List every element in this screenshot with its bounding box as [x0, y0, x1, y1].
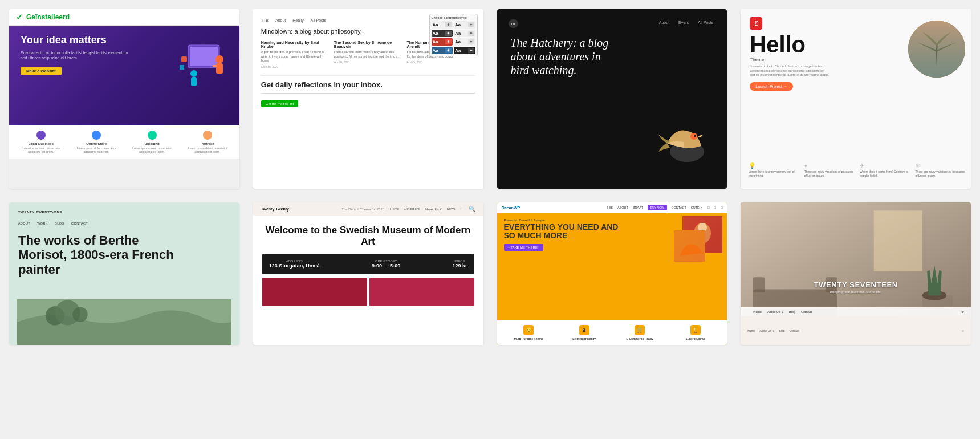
- owp-feat-2: 🖥 Elementor Ready: [558, 325, 610, 340]
- hello-icon-3: ✈ Where does it come from? Contrary to p…: [860, 162, 909, 177]
- theme-card-t21: TWENTY TWENTY-ONE ABOUT WORK BLOG CONTAC…: [9, 202, 239, 345]
- owp-feat-icon-2: 🖥: [579, 325, 589, 335]
- owp-hero-btn: • TAKE ME THERE!: [504, 244, 543, 251]
- owp-feat-icon-3: 🛒: [635, 325, 645, 335]
- svg-point-11: [694, 135, 696, 137]
- owp-feat-icon-4: 🏆: [690, 325, 701, 335]
- svg-rect-6: [180, 65, 184, 70]
- svg-rect-1: [190, 47, 218, 66]
- theme-card-hello: ℰ Hello Theme Lorem text block. Click ed…: [741, 9, 971, 189]
- t20-preview: Twenty Twenty The Default Theme for 2020…: [253, 202, 483, 345]
- astra-icon-blog: Blogging Lorem ipsum dolor consectetur a…: [127, 131, 177, 153]
- t23-post-1: Naming and Necessity by Saul Kripke A pa…: [261, 40, 330, 68]
- theme-card-t17: TWENTY SEVENTEEN Bringing your business'…: [741, 202, 971, 345]
- t17-bottom-nav: Home About Us ∨ Blog Contact: [747, 329, 799, 332]
- owp-hero-title: EVERYTHING YOU NEED AND SO MUCH MORE: [504, 223, 623, 241]
- t17-bottom: Home About Us ∨ Blog Contact ⊕: [741, 316, 971, 345]
- t20-nav-links: Home Exhibitions About Us ∨ News ···: [390, 207, 462, 211]
- theme-card-owp: OceanWP BBB ABOUT BRAAT BUY NOW CONTACT …: [497, 202, 727, 345]
- owp-feat-1: 😊 Multi-Purpose Theme: [503, 325, 555, 340]
- owp-features: 😊 Multi-Purpose Theme 🖥 Elementor Ready …: [497, 320, 727, 345]
- t21-title: The works of Berthe Morisot, 1800s-era F…: [18, 233, 188, 277]
- astra-icon-store: Online Store Lorem ipsum dolor consectet…: [71, 131, 121, 153]
- astra-icons-row: Local Business Lorem ipsum dolor consect…: [9, 125, 239, 159]
- astra-illustration: [177, 34, 234, 102]
- hello-icon-2: ♦ There are many variations of passages …: [804, 162, 854, 177]
- t22-bird-illustration: [658, 115, 715, 172]
- t21-preview: TWENTY TWENTY-ONE ABOUT WORK BLOG CONTAC…: [9, 202, 239, 345]
- astra-icon-local: Local Business Lorem ipsum dolor consect…: [16, 131, 66, 153]
- hello-preview: ℰ Hello Theme Lorem text block. Click ed…: [741, 9, 971, 189]
- theme-card-t22: ∞ About Event All Posts The Hatchery: a …: [497, 9, 727, 189]
- owp-feat-3: 🛒 E-Commerce Ready: [613, 325, 665, 340]
- svg-rect-5: [181, 56, 187, 62]
- t17-subtitle: TWENTY SEVENTEEN Bringing your business'…: [741, 281, 971, 294]
- t20-address-box: ADDRESS 123 Storgatan, Umeå OPEN TODAY 9…: [262, 254, 474, 274]
- t22-blog-title: The Hatchery: a blog about adventures in…: [511, 36, 623, 77]
- owp-hero: Powerful. Beautiful. Unique. EVERYTHING …: [497, 213, 727, 257]
- t23-nl-title: Get daily reflections in your inbox.: [261, 80, 475, 90]
- svg-point-7: [190, 70, 197, 77]
- t22-nav: About Event All Posts: [511, 21, 714, 25]
- elementor-badge: ℰ: [750, 17, 762, 30]
- t22-preview: ∞ About Event All Posts The Hatchery: a …: [497, 9, 727, 189]
- t17-nav: Home About Us ∨ Blog Contact ⊕: [741, 307, 971, 316]
- owp-nav: OceanWP BBB ABOUT BRAAT BUY NOW CONTACT …: [497, 202, 727, 213]
- svg-rect-27: [874, 210, 922, 271]
- owp-buy-btn: BUY NOW: [648, 205, 667, 210]
- t21-site-name: TWENTY TWENTY-ONE: [18, 210, 230, 214]
- owp-image-stack: [665, 216, 722, 267]
- astra-preview: Your idea matters Pulvinar enim ac torto…: [9, 9, 239, 189]
- hello-icon-4: ❄ There are many variations of passages …: [916, 162, 965, 177]
- t20-content: Welcome to the Swedish Museum of Modern …: [253, 216, 483, 345]
- search-icon: 🔍: [469, 206, 475, 212]
- astra-hero: Your idea matters Pulvinar enim ac torto…: [9, 25, 239, 125]
- svg-point-2: [215, 55, 223, 63]
- owp-feat-icon-1: 😊: [523, 325, 534, 335]
- installed-label: Geïnstalleerd: [26, 13, 70, 21]
- astra-hero-title: Your idea matters: [21, 34, 135, 47]
- themes-grid: ✓ Geïnstalleerd Your idea matters Pulvin…: [9, 9, 971, 345]
- astra-hero-subtitle: Pulvinar enim ac tortor nulla facilisi f…: [21, 50, 135, 62]
- hello-launch-btn: Launch Project →: [750, 82, 793, 91]
- owp-preview: OceanWP BBB ABOUT BRAAT BUY NOW CONTACT …: [497, 202, 727, 345]
- svg-rect-3: [216, 63, 223, 74]
- svg-rect-4: [213, 65, 217, 67]
- t23-newsletter: Get daily reflections in your inbox. Get…: [261, 75, 475, 107]
- t20-tagline-nav: The Default Theme for 2020: [341, 208, 384, 211]
- t21-image: [17, 299, 231, 345]
- t22-logo: ∞: [509, 19, 518, 28]
- t23-nl-btn: Get the mailing list: [261, 100, 298, 107]
- theme-card-t20: Twenty Twenty The Default Theme for 2020…: [253, 202, 483, 345]
- hello-lorem: Lorem text block. Click edit button to c…: [750, 64, 829, 78]
- t20-site-name: Twenty Twenty: [261, 207, 289, 211]
- t17-preview: TWENTY SEVENTEEN Bringing your business'…: [741, 202, 971, 345]
- t20-main-title: Welcome to the Swedish Museum of Modern …: [262, 225, 474, 247]
- theme-card-t23: TTB About Really All Posts Mindblown: a …: [253, 9, 483, 189]
- theme-card-astra: ✓ Geïnstalleerd Your idea matters Pulvin…: [9, 9, 239, 189]
- t17-big-title: TWENTY SEVENTEEN: [750, 281, 962, 289]
- installed-banner: ✓ Geïnstalleerd: [9, 9, 239, 26]
- svg-point-10: [690, 133, 697, 140]
- hello-photo: [908, 21, 965, 78]
- check-icon: ✓: [16, 13, 23, 22]
- hello-icon-1: 💡 Lorem there is simply dummy text of th…: [749, 162, 798, 177]
- owp-logo: OceanWP: [502, 206, 521, 210]
- svg-point-17: [72, 307, 88, 323]
- astra-hero-btn: Make a Website: [21, 67, 62, 75]
- t20-art-boxes: [262, 278, 474, 306]
- svg-rect-8: [191, 77, 197, 86]
- t20-nav: Twenty Twenty The Default Theme for 2020…: [253, 202, 483, 216]
- hello-icons-row: 💡 Lorem there is simply dummy text of th…: [749, 162, 965, 177]
- t17-tagline: Bringing your business' site to life.: [750, 290, 962, 294]
- t21-nav: ABOUT WORK BLOG CONTACT: [18, 222, 230, 225]
- t23-post-2: The Second Sex by Simone de Beauvoir I h…: [334, 40, 402, 68]
- astra-icon-portfolio: Portfolio Lorem ipsum dolor consectetur …: [182, 131, 232, 153]
- owp-feat-4: 🏆 Superb Extras: [669, 325, 721, 340]
- t23-preview: TTB About Really All Posts Mindblown: a …: [253, 9, 483, 189]
- svg-rect-13: [908, 21, 965, 78]
